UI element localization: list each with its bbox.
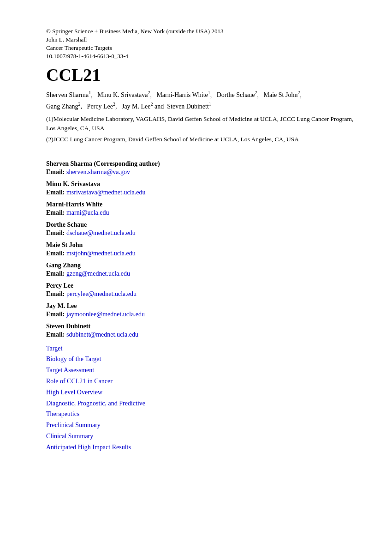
- contact-email: Email: mstjohn@mednet.ucla.edu: [46, 250, 355, 257]
- contact-email: Email: gzeng@mednet.ucla.edu: [46, 270, 355, 278]
- contact-name: Percy Lee: [46, 282, 355, 290]
- contact-name: Marni-Harris White: [46, 201, 355, 208]
- contact-name: Jay M. Lee: [46, 302, 355, 310]
- toc-link[interactable]: Role of CCL21 in Cancer: [46, 376, 355, 387]
- author-entry: Marni-Harris WhiteEmail: marni@ucla.edu: [46, 201, 355, 217]
- email-label: Email:: [46, 250, 66, 257]
- author-entry: Sherven Sharma (Corresponding author)Ema…: [46, 160, 355, 176]
- contact-email: Email: marni@ucla.edu: [46, 209, 355, 217]
- contact-email: Email: sherven.sharma@va.gov: [46, 169, 355, 176]
- contact-email: Email: jaymoonlee@mednet.ucla.edu: [46, 311, 355, 318]
- email-label: Email:: [46, 189, 66, 196]
- doi: 10.1007/978-1-4614-6613-0_33-4: [46, 53, 355, 60]
- series: Cancer Therapeutic Targets: [46, 44, 355, 52]
- toc-link[interactable]: Diagnostic, Prognostic, and Predictive: [46, 398, 355, 409]
- author-sharma: Sherven Sharma1: [46, 91, 91, 98]
- toc-link[interactable]: Therapeutics: [46, 409, 355, 420]
- email-link[interactable]: jaymoonlee@mednet.ucla.edu: [66, 311, 145, 318]
- article-title: CCL21: [46, 66, 355, 85]
- toc-link[interactable]: High Level Overview: [46, 387, 355, 398]
- author-entry: Minu K. SrivastavaEmail: msrivastava@med…: [46, 181, 355, 196]
- author-schaue: Dorthe Schaue2: [217, 91, 257, 98]
- contact-name: Gang Zhang: [46, 262, 355, 269]
- email-label: Email:: [46, 229, 66, 236]
- author-srivastava: Minu K. Srivastava2: [97, 91, 150, 98]
- author-entry: Maie St JohnEmail: mstjohn@mednet.ucla.e…: [46, 241, 355, 257]
- toc-section: TargetBiology of the TargetTarget Assess…: [46, 343, 355, 453]
- author-lee-jay: Jay M. Lee2: [122, 103, 153, 110]
- contact-email: Email: sdubinett@mednet.ucla.edu: [46, 331, 355, 338]
- email-link[interactable]: percylee@mednet.ucla.edu: [66, 290, 137, 297]
- toc-link[interactable]: Preclinical Summary: [46, 420, 355, 431]
- email-link[interactable]: mstjohn@mednet.ucla.edu: [66, 250, 136, 257]
- email-label: Email:: [46, 311, 66, 318]
- contact-email: Email: percylee@mednet.ucla.edu: [46, 290, 355, 298]
- contact-email: Email: dschaue@mednet.ucla.edu: [46, 229, 355, 237]
- toc-link[interactable]: Anticipated High Impact Results: [46, 442, 355, 453]
- author-entry: Steven DubinettEmail: sdubinett@mednet.u…: [46, 323, 355, 338]
- contacts-section: Sherven Sharma (Corresponding author)Ema…: [46, 160, 355, 338]
- author-stjohn: Maie St John2: [264, 91, 300, 98]
- contact-name: Sherven Sharma (Corresponding author): [46, 160, 355, 168]
- author-short: John L. Marshall: [46, 36, 355, 43]
- email-link[interactable]: gzeng@mednet.ucla.edu: [66, 270, 130, 277]
- email-link[interactable]: sdubinett@mednet.ucla.edu: [66, 331, 138, 338]
- authors-block: Sherven Sharma1, Minu K. Srivastava2, Ma…: [46, 90, 355, 112]
- email-label: Email:: [46, 331, 66, 338]
- contact-name: Dorthe Schaue: [46, 221, 355, 229]
- contact-name: Maie St John: [46, 241, 355, 249]
- affiliation-2: (2)JCCC Lung Cancer Program, David Geffe…: [46, 135, 355, 144]
- author-entry: Gang ZhangEmail: gzeng@mednet.ucla.edu: [46, 262, 355, 278]
- author-lee-percy: Percy Lee2: [87, 103, 115, 110]
- contact-name: Steven Dubinett: [46, 323, 355, 330]
- affiliation-1: (1)Molecular Medicine Laboratory, VAGLAH…: [46, 115, 355, 133]
- author-dubinett: and Steven Dubinett1: [154, 103, 211, 110]
- contact-email: Email: msrivastava@mednet.ucla.edu: [46, 189, 355, 196]
- author-entry: Percy LeeEmail: percylee@mednet.ucla.edu: [46, 282, 355, 298]
- email-label: Email:: [46, 209, 66, 216]
- toc-link[interactable]: Target Assessment: [46, 365, 355, 376]
- email-label: Email:: [46, 169, 66, 175]
- copyright-text: © Springer Science + Business Media, New…: [46, 28, 355, 35]
- page-container: © Springer Science + Business Media, New…: [0, 0, 392, 481]
- author-white: Marni-Harris White1: [156, 91, 210, 98]
- contact-name: Minu K. Srivastava: [46, 181, 355, 188]
- email-link[interactable]: marni@ucla.edu: [66, 209, 109, 216]
- author-entry: Jay M. LeeEmail: jaymoonlee@mednet.ucla.…: [46, 302, 355, 318]
- toc-link[interactable]: Clinical Summary: [46, 431, 355, 442]
- toc-link[interactable]: Biology of the Target: [46, 354, 355, 365]
- email-link[interactable]: sherven.sharma@va.gov: [66, 169, 130, 175]
- author-entry: Dorthe SchaueEmail: dschaue@mednet.ucla.…: [46, 221, 355, 237]
- author-zhang: Gang Zhang2: [46, 103, 81, 110]
- email-label: Email:: [46, 290, 66, 297]
- email-link[interactable]: dschaue@mednet.ucla.edu: [66, 229, 136, 236]
- toc-link[interactable]: Target: [46, 343, 355, 354]
- email-label: Email:: [46, 270, 66, 277]
- email-link[interactable]: msrivastava@mednet.ucla.edu: [66, 189, 146, 196]
